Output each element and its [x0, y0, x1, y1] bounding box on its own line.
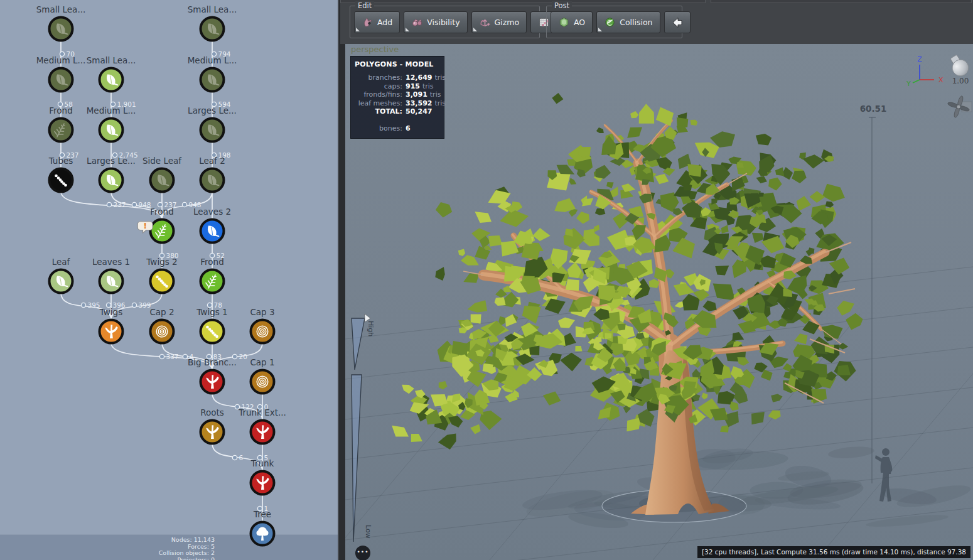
- node-graph-panel[interactable]: Nodes: 11,143 Forces: 5 Collision object…: [0, 0, 339, 560]
- node-trunk[interactable]: Trunk: [250, 458, 274, 495]
- ruler-value: 60.51: [860, 104, 887, 114]
- ao-button[interactable]: AO: [551, 11, 593, 33]
- node-label: Cap 3: [250, 307, 274, 317]
- gizmo-icon: [479, 16, 491, 28]
- edge-port: [132, 202, 136, 207]
- poly-row-caps: caps:915tris: [355, 82, 439, 91]
- axis-y-label: Y: [906, 80, 911, 88]
- dropdown-corner: [473, 28, 477, 31]
- node-label: Leaf 2: [199, 156, 225, 166]
- node-larges-leaves-1[interactable]: Larges Le...: [188, 105, 237, 142]
- edge-port: [183, 354, 187, 358]
- node-label: Cap 1: [250, 357, 274, 367]
- rings-icon: [156, 326, 168, 337]
- node-frond-2[interactable]: Frond!: [137, 207, 174, 243]
- node-medium-leaves-3[interactable]: Medium L...: [87, 105, 136, 142]
- poly-row-fronds: fronds/fins:3,091tris: [355, 90, 439, 99]
- node-cap-3[interactable]: Cap 3: [250, 307, 274, 343]
- toolbar-group-edit-label: Edit: [355, 1, 374, 10]
- add-icon: [362, 16, 374, 28]
- rings-icon: [257, 376, 268, 387]
- axis-x-label: X: [938, 76, 943, 84]
- dropdown-corner: [356, 28, 360, 31]
- edge-count: 20: [239, 353, 247, 360]
- node-twigs-1[interactable]: Twigs 1: [196, 307, 227, 343]
- node-label: Cap 2: [149, 307, 174, 317]
- svg-text:!: !: [143, 222, 146, 230]
- node-label: Larges Le...: [87, 156, 136, 166]
- node-label: Small Lea...: [36, 4, 86, 14]
- right-panel: Edit Add Visibility: [340, 0, 973, 560]
- node-roots[interactable]: Roots: [200, 407, 224, 444]
- edge-port: [232, 455, 237, 460]
- node-side-leaf[interactable]: Side Leaf: [142, 156, 182, 192]
- node-label: Small Lea...: [87, 55, 136, 65]
- node-graph-canvas[interactable]: 70581,9012372,74579459419823794823794838…: [0, 0, 339, 560]
- node-label: Trunk: [250, 458, 274, 468]
- node-leaves-2[interactable]: Leaves 2: [193, 207, 231, 243]
- lod-high-label: High: [367, 321, 375, 337]
- node-twigs[interactable]: Twigs: [99, 307, 123, 343]
- status-bar: [32 cpu threads], Last Compute 31.56 ms …: [697, 546, 970, 558]
- node-small-leaves-2[interactable]: Small Lea...: [188, 4, 237, 41]
- node-twigs-2[interactable]: Twigs 2: [146, 257, 177, 293]
- back-button[interactable]: [664, 11, 691, 33]
- node-label: Leaves 2: [193, 207, 231, 217]
- node-label: Small Lea...: [188, 4, 237, 14]
- dropdown-corner: [598, 28, 602, 31]
- node-tree[interactable]: Tree: [251, 509, 274, 546]
- add-button[interactable]: Add: [354, 11, 400, 33]
- node-big-branches[interactable]: Big Branc...: [188, 357, 237, 394]
- node-small-leaves-3[interactable]: Small Lea...: [87, 55, 136, 92]
- visibility-icon: [411, 16, 423, 28]
- node-leaf[interactable]: Leaf: [50, 257, 73, 293]
- node-small-leaves-1[interactable]: Small Lea...: [36, 4, 86, 41]
- node-tubes[interactable]: Tubes: [48, 156, 73, 192]
- node-medium-leaves-1[interactable]: Medium L...: [36, 55, 86, 92]
- node-medium-leaves-2[interactable]: Medium L...: [188, 55, 237, 92]
- viewport-3d[interactable]: 60.51 Z X Y: [345, 44, 973, 560]
- node-cap-1[interactable]: Cap 1: [250, 357, 274, 394]
- node-leaf-2[interactable]: Leaf 2: [199, 156, 225, 192]
- poly-row-total: TOTAL:50,247: [355, 107, 439, 116]
- node-larges-leaves-2[interactable]: Larges Le...: [87, 156, 136, 192]
- toolbar-group-post: Post AO Collision: [546, 6, 682, 38]
- node-label: Tree: [253, 509, 271, 519]
- node-frond-1[interactable]: Frond: [49, 105, 72, 142]
- gizmo-button[interactable]: Gizmo: [471, 11, 527, 33]
- node-label: Frond: [49, 105, 72, 116]
- viewport-mode-label: perspective: [351, 45, 399, 54]
- poly-row-branches: branches:12,649tris: [355, 73, 439, 82]
- edge-count: 237: [114, 201, 126, 208]
- wind-widget[interactable]: [947, 95, 972, 118]
- visibility-button[interactable]: Visibility: [404, 11, 467, 33]
- more-options-button[interactable]: •••: [355, 546, 370, 560]
- edge-count: 948: [139, 201, 151, 208]
- poly-row-leaf-meshes: leaf meshes:33,592tris: [355, 99, 439, 108]
- axis-gizmo: Z X Y: [906, 55, 943, 88]
- node-label: Twigs 1: [196, 307, 227, 317]
- node-cap-2[interactable]: Cap 2: [149, 307, 174, 343]
- collision-button[interactable]: Collision: [596, 11, 660, 33]
- node-label: Larges Le...: [188, 105, 237, 116]
- ao-icon: [558, 16, 570, 28]
- edge-port: [107, 202, 111, 207]
- node-frond-3[interactable]: Frond: [200, 257, 223, 293]
- node-trunk-ext[interactable]: Trunk Ext...: [238, 407, 286, 444]
- node-label: Leaf: [52, 257, 71, 267]
- node-label: Roots: [200, 407, 224, 417]
- edge-port: [159, 354, 164, 358]
- node-label: Twigs: [99, 307, 122, 317]
- node-label: Medium L...: [87, 105, 136, 116]
- node-label: Frond: [200, 257, 223, 267]
- node-leaves-1[interactable]: Leaves 1: [92, 257, 130, 293]
- node-label: Leaves 1: [92, 257, 130, 267]
- edge-port: [182, 202, 186, 207]
- node-label: Tubes: [48, 156, 73, 166]
- tree-model[interactable]: [392, 93, 863, 515]
- scale-figure: [875, 448, 892, 502]
- light-widget[interactable]: 1.00: [947, 52, 972, 85]
- height-ruler: 60.51: [860, 104, 887, 483]
- polygons-panel: POLYGONS - MODEL branches:12,649tris cap…: [350, 56, 444, 139]
- lod-slider[interactable]: High Low: [352, 314, 375, 542]
